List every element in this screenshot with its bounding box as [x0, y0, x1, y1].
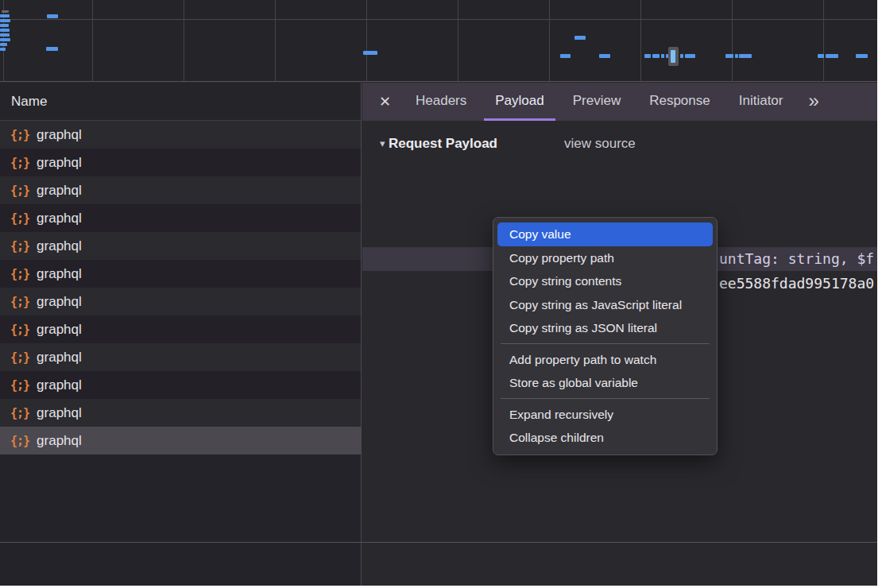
- waterfall-bar: [0, 33, 10, 37]
- tab-headers[interactable]: Headers: [404, 83, 478, 121]
- request-payload-section[interactable]: ▾ Request Payload view source: [362, 132, 877, 156]
- request-list: {;}graphql{;}graphql{;}graphql{;}graphql…: [0, 121, 361, 455]
- json-braces-icon: {;}: [10, 239, 29, 253]
- menu-item-copy-value[interactable]: Copy value: [497, 222, 713, 246]
- waterfall-bar: [560, 54, 571, 58]
- timeline-gridline: [823, 0, 824, 81]
- timeline-gridline: [184, 0, 184, 81]
- json-braces-icon: {;}: [10, 434, 29, 448]
- json-braces-icon: {;}: [10, 406, 29, 420]
- request-row-graphql[interactable]: {;}graphql: [0, 288, 361, 315]
- close-icon[interactable]: ✕: [378, 83, 392, 121]
- tab-initiator[interactable]: Initiator: [728, 83, 795, 121]
- request-row-graphql[interactable]: {;}graphql: [0, 232, 361, 260]
- request-name-label: graphql: [37, 266, 82, 282]
- network-overview-timeline[interactable]: [0, 0, 877, 82]
- property-value-right: ee5588fdad995178a0: [719, 272, 874, 296]
- tab-payload[interactable]: Payload: [484, 83, 555, 121]
- request-name-label: graphql: [37, 238, 82, 254]
- waterfall-bar: [0, 38, 10, 41]
- menu-item-add-property-path-to-watch[interactable]: Add property path to watch: [497, 348, 713, 372]
- menu-separator: [501, 343, 710, 344]
- menu-item-copy-string-contents[interactable]: Copy string contents: [497, 269, 713, 293]
- property-value-right: untTag: string, $f: [719, 247, 874, 271]
- request-name-label: graphql: [37, 294, 82, 310]
- waterfall-bar: [818, 54, 824, 58]
- waterfall-bar: [0, 48, 6, 51]
- request-details-panel: ✕ HeadersPayloadPreviewResponseInitiator…: [362, 83, 877, 586]
- json-braces-icon: {;}: [10, 184, 29, 198]
- more-tabs-icon[interactable]: »: [808, 83, 818, 121]
- context-menu: Copy valueCopy property pathCopy string …: [493, 217, 718, 455]
- json-braces-icon: {;}: [10, 211, 29, 226]
- request-row-graphql[interactable]: {;}graphql: [0, 176, 361, 204]
- request-name-label: graphql: [37, 127, 82, 143]
- json-braces-icon: {;}: [10, 350, 29, 365]
- timeline-gridline: [275, 0, 276, 81]
- waterfall-bar: [652, 54, 660, 58]
- request-row-graphql[interactable]: {;}graphql: [0, 315, 361, 343]
- waterfall-bar: [680, 54, 683, 58]
- request-name-label: graphql: [37, 405, 82, 421]
- overview-selected-bar: [671, 50, 675, 63]
- menu-item-copy-string-as-javascript-literal[interactable]: Copy string as JavaScript literal: [497, 293, 713, 317]
- request-row-graphql[interactable]: {;}graphql: [0, 343, 361, 371]
- waterfall-bar: [0, 14, 10, 17]
- timeline-gridline: [458, 0, 458, 81]
- waterfall-bar: [47, 14, 58, 18]
- request-name-label: graphql: [37, 183, 82, 199]
- request-name-label: graphql: [37, 155, 82, 171]
- menu-item-store-as-global-variable[interactable]: Store as global variable: [497, 371, 713, 395]
- view-source-link[interactable]: view source: [564, 132, 636, 156]
- request-name-label: graphql: [37, 433, 82, 449]
- tab-response[interactable]: Response: [638, 83, 721, 121]
- waterfall-bar: [46, 47, 58, 51]
- request-row-graphql[interactable]: {;}graphql: [0, 371, 361, 399]
- request-name-label: graphql: [37, 377, 82, 393]
- timeline-gridline: [732, 0, 733, 81]
- requests-panel: Name {;}graphql{;}graphql{;}graphql{;}gr…: [0, 83, 362, 586]
- waterfall-bar: [2, 10, 9, 13]
- waterfall-bar: [0, 19, 10, 22]
- overview-hairline: [0, 19, 877, 20]
- waterfall-bar: [574, 36, 586, 40]
- tabs-container: HeadersPayloadPreviewResponseInitiator: [404, 83, 800, 121]
- request-name-label: graphql: [37, 322, 82, 338]
- waterfall-bar: [826, 54, 838, 58]
- devtools-window: Name {;}graphql{;}graphql{;}graphql{;}gr…: [0, 0, 877, 586]
- column-header-name-label: Name: [11, 94, 47, 109]
- waterfall-bar: [685, 54, 695, 58]
- waterfall-bar: [725, 54, 733, 58]
- request-row-graphql[interactable]: {;}graphql: [0, 121, 361, 149]
- waterfall-bar: [363, 51, 377, 55]
- section-triangle-icon[interactable]: ▾: [380, 132, 385, 156]
- panel-footer-divider: [0, 542, 877, 543]
- menu-item-copy-string-as-json-literal[interactable]: Copy string as JSON literal: [497, 316, 713, 340]
- request-row-graphql[interactable]: {;}graphql: [0, 149, 361, 176]
- waterfall-bar: [661, 54, 664, 58]
- request-name-label: graphql: [37, 350, 82, 366]
- request-row-graphql[interactable]: {;}graphql: [0, 427, 361, 455]
- request-row-graphql[interactable]: {;}graphql: [0, 260, 361, 288]
- tab-preview[interactable]: Preview: [562, 83, 632, 121]
- timeline-gridline: [549, 0, 550, 81]
- json-braces-icon: {;}: [10, 156, 29, 170]
- menu-separator: [501, 398, 710, 399]
- waterfall-bar: [739, 54, 752, 58]
- json-braces-icon: {;}: [10, 295, 29, 309]
- menu-item-expand-recursively[interactable]: Expand recursively: [497, 403, 713, 427]
- timeline-gridline: [92, 0, 93, 81]
- menu-item-collapse-children[interactable]: Collapse children: [497, 426, 713, 450]
- timeline-gridline: [640, 0, 641, 81]
- json-braces-icon: {;}: [10, 378, 29, 393]
- request-row-graphql[interactable]: {;}graphql: [0, 204, 361, 232]
- waterfall-bar: [599, 54, 610, 58]
- menu-item-copy-property-path[interactable]: Copy property path: [497, 246, 713, 270]
- waterfall-bar: [644, 54, 651, 58]
- waterfall-bar: [0, 43, 7, 46]
- column-header-name[interactable]: Name: [0, 83, 361, 121]
- request-name-label: graphql: [37, 211, 82, 226]
- request-row-graphql[interactable]: {;}graphql: [0, 399, 361, 427]
- waterfall-bar: [856, 54, 868, 58]
- json-braces-icon: {;}: [10, 323, 29, 337]
